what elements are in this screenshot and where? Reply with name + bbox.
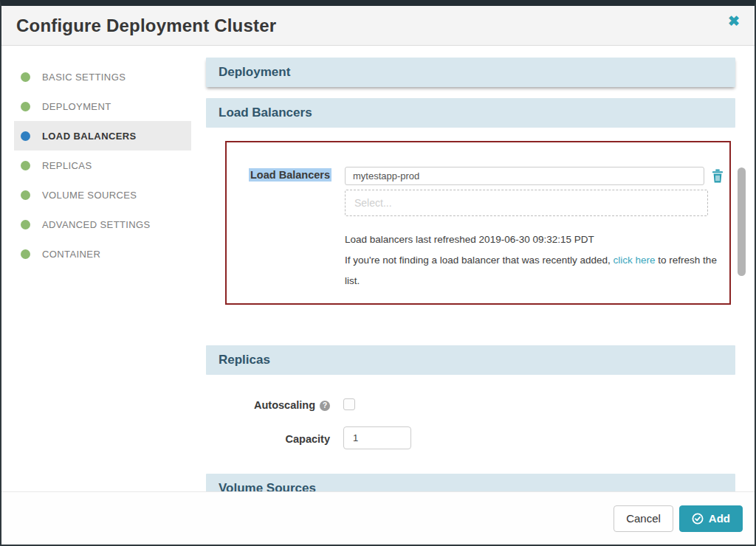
remove-load-balancer-button[interactable] [712, 169, 724, 183]
add-button[interactable]: Add [679, 505, 743, 532]
sidebar-item-container[interactable]: CONTAINER [14, 239, 191, 269]
status-dot-icon [21, 249, 30, 259]
load-balancer-name-input[interactable] [345, 167, 704, 185]
status-dot-icon [21, 220, 30, 229]
section-title: Volume Sources [219, 481, 316, 491]
close-icon[interactable]: ✖ [728, 14, 740, 28]
add-button-label: Add [709, 512, 730, 525]
status-dot-icon [21, 131, 30, 141]
status-dot-icon [21, 161, 30, 170]
sidebar-item-label: CONTAINER [42, 249, 100, 260]
sidebar-nav: BASIC SETTINGS DEPLOYMENT LOAD BALANCERS… [14, 46, 191, 491]
cancel-button[interactable]: Cancel [614, 505, 673, 532]
load-balancer-entry-box: Load Balancers [225, 141, 731, 305]
sidebar-item-label: DEPLOYMENT [42, 101, 111, 112]
last-refreshed-text: Load balancers last refreshed 2019-06-30… [345, 229, 724, 250]
selected-label-text: Load Balancers [249, 168, 331, 182]
status-dot-icon [21, 190, 30, 200]
sidebar-item-volume-sources[interactable]: VOLUME SOURCES [14, 180, 191, 210]
section-header-replicas: Replicas [206, 345, 735, 375]
help-icon[interactable]: ? [320, 401, 330, 411]
section-header-load-balancers: Load Balancers [206, 98, 735, 128]
sidebar-item-label: REPLICAS [42, 160, 92, 171]
refresh-list-link[interactable]: click here [614, 255, 656, 266]
autoscaling-label: Autoscaling? [206, 397, 330, 411]
load-balancers-field-label: Load Balancers [227, 167, 331, 181]
configure-deployment-cluster-modal: Configure Deployment Cluster ✖ BASIC SET… [0, 0, 756, 546]
autoscaling-label-text: Autoscaling [254, 399, 315, 411]
section-header-volume-sources: Volume Sources [206, 474, 735, 491]
status-dot-icon [21, 72, 30, 82]
section-title: Load Balancers [219, 106, 312, 120]
modal-body: BASIC SETTINGS DEPLOYMENT LOAD BALANCERS… [1, 46, 755, 491]
vertical-scrollbar-thumb[interactable] [738, 167, 746, 276]
hint-text-before: If you're not finding a load balancer th… [345, 255, 614, 266]
trash-icon [712, 169, 724, 183]
modal-titlebar: Configure Deployment Cluster ✖ [1, 6, 755, 46]
sidebar-item-label: VOLUME SOURCES [42, 190, 137, 201]
sidebar-item-load-balancers[interactable]: LOAD BALANCERS [14, 121, 191, 151]
sidebar-item-replicas[interactable]: REPLICAS [14, 151, 191, 180]
sidebar-item-label: LOAD BALANCERS [42, 131, 137, 142]
modal-title: Configure Deployment Cluster [16, 15, 728, 36]
sidebar-item-advanced-settings[interactable]: ADVANCED SETTINGS [14, 210, 191, 239]
capacity-label: Capacity [206, 431, 330, 445]
modal-footer: Cancel Add [1, 491, 755, 545]
modal-content: Deployment Load Balancers Load Balancers [191, 46, 755, 491]
sidebar-item-label: ADVANCED SETTINGS [42, 219, 151, 230]
sidebar-item-basic-settings[interactable]: BASIC SETTINGS [14, 62, 191, 91]
status-dot-icon [21, 102, 30, 111]
sidebar-item-label: BASIC SETTINGS [42, 72, 126, 83]
section-title: Replicas [219, 353, 270, 367]
select-placeholder: Select... [354, 197, 392, 209]
section-header-deployment: Deployment [206, 58, 735, 87]
check-circle-icon [692, 513, 704, 525]
refresh-hint-text: If you're not finding a load balancer th… [345, 250, 724, 291]
sidebar-item-deployment[interactable]: DEPLOYMENT [14, 91, 191, 121]
load-balancer-select[interactable]: Select... [345, 190, 708, 216]
capacity-input[interactable] [343, 426, 411, 449]
autoscaling-checkbox[interactable] [343, 398, 355, 410]
section-title: Deployment [219, 65, 290, 80]
